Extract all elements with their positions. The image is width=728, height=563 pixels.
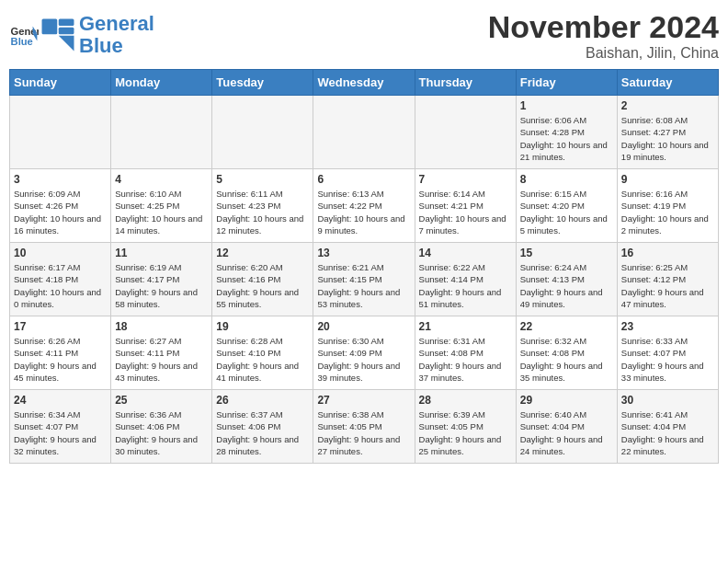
day-info: Sunrise: 6:40 AM Sunset: 4:04 PM Dayligh…	[520, 408, 613, 457]
weekday-header-monday: Monday	[111, 70, 212, 96]
calendar-cell: 4Sunrise: 6:10 AM Sunset: 4:25 PM Daylig…	[111, 169, 212, 243]
header: General Blue General Blue	[9, 9, 719, 62]
weekday-header-wednesday: Wednesday	[313, 70, 415, 96]
day-number: 19	[216, 320, 309, 333]
day-number: 6	[317, 173, 410, 186]
calendar-cell: 1Sunrise: 6:06 AM Sunset: 4:28 PM Daylig…	[516, 96, 617, 169]
calendar-cell: 14Sunrise: 6:22 AM Sunset: 4:14 PM Dayli…	[415, 243, 516, 316]
calendar-cell: 29Sunrise: 6:40 AM Sunset: 4:04 PM Dayli…	[516, 390, 617, 464]
day-info: Sunrise: 6:11 AM Sunset: 4:23 PM Dayligh…	[216, 188, 309, 236]
day-info: Sunrise: 6:34 AM Sunset: 4:07 PM Dayligh…	[14, 408, 107, 457]
day-number: 18	[115, 320, 208, 333]
day-number: 10	[14, 247, 107, 259]
title-area: November 2024 Baishan, Jilin, China	[488, 9, 719, 62]
day-number: 14	[419, 247, 512, 259]
day-info: Sunrise: 6:39 AM Sunset: 4:05 PM Dayligh…	[419, 408, 512, 457]
day-info: Sunrise: 6:24 AM Sunset: 4:13 PM Dayligh…	[520, 261, 613, 310]
day-number: 28	[419, 394, 512, 407]
calendar-cell: 21Sunrise: 6:31 AM Sunset: 4:08 PM Dayli…	[415, 316, 516, 390]
day-number: 17	[14, 320, 107, 333]
logo-general: General	[79, 12, 154, 35]
day-number: 7	[419, 173, 512, 186]
calendar-cell: 8Sunrise: 6:15 AM Sunset: 4:20 PM Daylig…	[516, 169, 617, 243]
day-info: Sunrise: 6:27 AM Sunset: 4:11 PM Dayligh…	[115, 335, 208, 384]
logo: General Blue General Blue	[9, 13, 154, 57]
day-number: 5	[216, 173, 309, 186]
day-number: 26	[216, 394, 309, 407]
calendar-week-row: 1Sunrise: 6:06 AM Sunset: 4:28 PM Daylig…	[10, 96, 719, 169]
day-info: Sunrise: 6:19 AM Sunset: 4:17 PM Dayligh…	[115, 261, 208, 310]
day-info: Sunrise: 6:30 AM Sunset: 4:09 PM Dayligh…	[317, 335, 410, 384]
day-info: Sunrise: 6:10 AM Sunset: 4:25 PM Dayligh…	[115, 188, 208, 236]
calendar-cell	[415, 96, 516, 169]
day-number: 4	[115, 173, 208, 186]
weekday-header-sunday: Sunday	[10, 70, 111, 96]
day-number: 29	[520, 394, 613, 407]
day-number: 12	[216, 247, 309, 259]
calendar-cell: 25Sunrise: 6:36 AM Sunset: 4:06 PM Dayli…	[111, 390, 212, 464]
svg-rect-4	[42, 19, 58, 35]
calendar-cell: 18Sunrise: 6:27 AM Sunset: 4:11 PM Dayli…	[111, 316, 212, 390]
calendar-cell: 19Sunrise: 6:28 AM Sunset: 4:10 PM Dayli…	[212, 316, 313, 390]
day-info: Sunrise: 6:41 AM Sunset: 4:04 PM Dayligh…	[621, 408, 714, 457]
day-number: 20	[317, 320, 410, 333]
day-info: Sunrise: 6:37 AM Sunset: 4:06 PM Dayligh…	[216, 408, 309, 457]
month-title: November 2024	[488, 9, 719, 45]
day-info: Sunrise: 6:36 AM Sunset: 4:06 PM Dayligh…	[115, 408, 208, 457]
day-info: Sunrise: 6:32 AM Sunset: 4:08 PM Dayligh…	[520, 335, 613, 384]
day-info: Sunrise: 6:28 AM Sunset: 4:10 PM Dayligh…	[216, 335, 309, 384]
calendar-cell: 23Sunrise: 6:33 AM Sunset: 4:07 PM Dayli…	[617, 316, 718, 390]
day-info: Sunrise: 6:13 AM Sunset: 4:22 PM Dayligh…	[317, 188, 410, 236]
day-number: 2	[621, 99, 714, 112]
calendar-cell: 22Sunrise: 6:32 AM Sunset: 4:08 PM Dayli…	[516, 316, 617, 390]
calendar-cell	[10, 96, 111, 169]
calendar-week-row: 10Sunrise: 6:17 AM Sunset: 4:18 PM Dayli…	[10, 243, 719, 316]
day-info: Sunrise: 6:21 AM Sunset: 4:15 PM Dayligh…	[317, 261, 410, 310]
day-number: 21	[419, 320, 512, 333]
day-info: Sunrise: 6:33 AM Sunset: 4:07 PM Dayligh…	[621, 335, 714, 384]
calendar-body: 1Sunrise: 6:06 AM Sunset: 4:28 PM Daylig…	[10, 96, 719, 464]
day-info: Sunrise: 6:06 AM Sunset: 4:28 PM Dayligh…	[520, 114, 613, 163]
day-number: 15	[520, 247, 613, 259]
day-number: 23	[621, 320, 714, 333]
day-number: 16	[621, 247, 714, 259]
weekday-header-thursday: Thursday	[415, 70, 516, 96]
calendar-header-row: SundayMondayTuesdayWednesdayThursdayFrid…	[10, 70, 719, 96]
calendar-cell: 16Sunrise: 6:25 AM Sunset: 4:12 PM Dayli…	[617, 243, 718, 316]
day-number: 30	[621, 394, 714, 407]
logo-text: General Blue	[79, 13, 154, 57]
day-info: Sunrise: 6:31 AM Sunset: 4:08 PM Dayligh…	[419, 335, 512, 384]
calendar-week-row: 17Sunrise: 6:26 AM Sunset: 4:11 PM Dayli…	[10, 316, 719, 390]
day-number: 8	[520, 173, 613, 186]
svg-rect-6	[59, 28, 74, 35]
day-info: Sunrise: 6:09 AM Sunset: 4:26 PM Dayligh…	[14, 188, 107, 236]
day-number: 22	[520, 320, 613, 333]
svg-rect-5	[59, 19, 74, 27]
weekday-header-friday: Friday	[516, 70, 617, 96]
calendar-cell: 30Sunrise: 6:41 AM Sunset: 4:04 PM Dayli…	[617, 390, 718, 464]
calendar-cell	[111, 96, 212, 169]
calendar-cell: 13Sunrise: 6:21 AM Sunset: 4:15 PM Dayli…	[313, 243, 415, 316]
day-number: 24	[14, 394, 107, 407]
calendar-week-row: 24Sunrise: 6:34 AM Sunset: 4:07 PM Dayli…	[10, 390, 719, 464]
day-info: Sunrise: 6:17 AM Sunset: 4:18 PM Dayligh…	[14, 261, 107, 310]
calendar-cell: 10Sunrise: 6:17 AM Sunset: 4:18 PM Dayli…	[10, 243, 111, 316]
day-number: 11	[115, 247, 208, 259]
calendar-cell: 17Sunrise: 6:26 AM Sunset: 4:11 PM Dayli…	[10, 316, 111, 390]
day-info: Sunrise: 6:22 AM Sunset: 4:14 PM Dayligh…	[419, 261, 512, 310]
calendar-cell: 24Sunrise: 6:34 AM Sunset: 4:07 PM Dayli…	[10, 390, 111, 464]
calendar-week-row: 3Sunrise: 6:09 AM Sunset: 4:26 PM Daylig…	[10, 169, 719, 243]
logo-icon: General Blue	[9, 20, 39, 50]
calendar-cell: 6Sunrise: 6:13 AM Sunset: 4:22 PM Daylig…	[313, 169, 415, 243]
weekday-header-tuesday: Tuesday	[212, 70, 313, 96]
calendar-cell: 3Sunrise: 6:09 AM Sunset: 4:26 PM Daylig…	[10, 169, 111, 243]
day-info: Sunrise: 6:16 AM Sunset: 4:19 PM Dayligh…	[621, 188, 714, 236]
calendar-cell	[313, 96, 415, 169]
weekday-header-saturday: Saturday	[617, 70, 718, 96]
day-info: Sunrise: 6:26 AM Sunset: 4:11 PM Dayligh…	[14, 335, 107, 384]
calendar-cell: 26Sunrise: 6:37 AM Sunset: 4:06 PM Dayli…	[212, 390, 313, 464]
calendar-cell: 28Sunrise: 6:39 AM Sunset: 4:05 PM Dayli…	[415, 390, 516, 464]
day-number: 3	[14, 173, 107, 186]
day-number: 27	[317, 394, 410, 407]
calendar-table: SundayMondayTuesdayWednesdayThursdayFrid…	[9, 69, 719, 464]
